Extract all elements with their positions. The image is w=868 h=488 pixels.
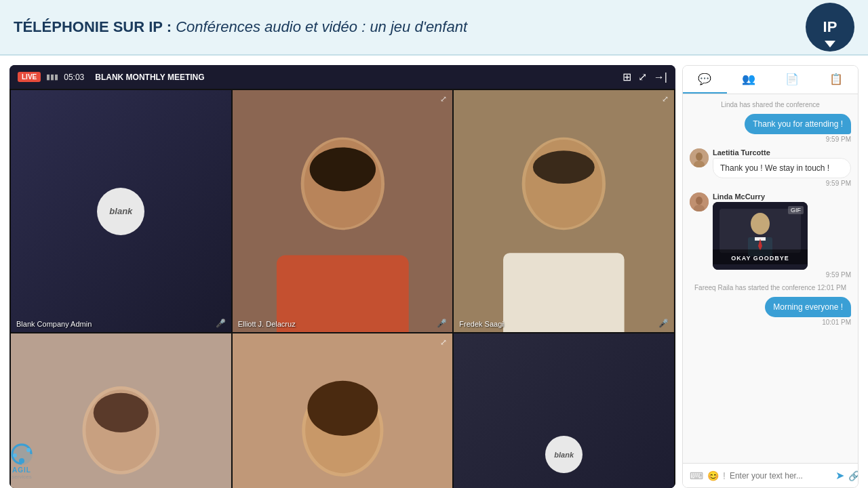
tab-files[interactable]: 📄 xyxy=(770,66,814,94)
message-laetitia-content: Laetitia Turcotte Thank you ! We stay in… xyxy=(713,148,851,187)
notes-icon: 📋 xyxy=(829,73,843,85)
gif-label: GIF xyxy=(788,206,804,214)
svg-point-14 xyxy=(94,393,149,432)
meeting-title: BLANK MONTHLY MEETING xyxy=(95,73,204,82)
message-linda-content: Linda McCurry GIF xyxy=(713,192,851,279)
svg-rect-8 xyxy=(503,253,625,332)
live-badge: LIVE xyxy=(18,72,41,82)
participant-name-blank-admin: Blank Company Admin xyxy=(16,320,92,328)
attachment-icon[interactable]: 🔗 xyxy=(848,470,859,481)
svg-rect-3 xyxy=(277,255,409,332)
photo-linda xyxy=(233,333,453,488)
linda-avatar-img xyxy=(690,192,709,211)
participants-icon: 👥 xyxy=(742,73,755,85)
tab-chat[interactable]: 💬 xyxy=(683,66,727,94)
agil-logo: AGIL services xyxy=(9,442,34,480)
video-grid: blank Blank Company Admin 🎤 ⤢ Elliott J.… xyxy=(9,89,675,488)
title-italic: Conférences audio et vidéo : un jeu d'en… xyxy=(176,18,467,35)
avatar-laetitia-chat xyxy=(690,148,709,167)
video-header: LIVE ▮▮▮ 05:03 BLANK MONTHLY MEETING ⊞ ⤢… xyxy=(9,65,675,89)
message-laetitia-text: Thank you ! We stay in touch ! xyxy=(713,158,851,178)
gif-caption: OKAY GOODBYE xyxy=(731,255,789,262)
message-morning-text: Morning everyone ! xyxy=(765,297,851,317)
expand-icon-fredek[interactable]: ⤢ xyxy=(662,94,669,104)
system-message-shared: Linda has shared the conference xyxy=(690,101,851,108)
photo-fredek xyxy=(454,90,674,332)
chat-messages: Linda has shared the conference Thank yo… xyxy=(683,94,858,463)
tab-participants[interactable]: 👥 xyxy=(727,66,771,94)
svg-point-59 xyxy=(13,453,17,458)
message-morning-time: 10:01 PM xyxy=(765,319,851,326)
mic-muted-icon-elliott: 🎤 xyxy=(437,319,447,328)
video-cell-laetitia: Laetitia Turcotte 🎤 xyxy=(11,333,231,488)
participant-name-fredek: Fredek Saagi xyxy=(459,320,503,328)
video-cell-max: blank Max Metzger 🎤 xyxy=(454,333,674,488)
exit-icon[interactable]: →| xyxy=(654,71,667,83)
laetitia-avatar-img xyxy=(690,148,709,167)
svg-point-58 xyxy=(19,458,24,464)
chat-bubble-icon: 💬 xyxy=(698,73,711,85)
expand-icon-linda[interactable]: ⤢ xyxy=(440,338,447,347)
system-message-text: Linda has shared the conference xyxy=(721,101,820,108)
avatar-blank-admin: blank xyxy=(97,188,144,235)
message-thank-you-time: 9:59 PM xyxy=(745,136,851,143)
chat-panel: 💬 👥 📄 📋 Linda has shared the conference … xyxy=(682,65,859,488)
message-thank-you-text: Thank you for attending ! xyxy=(745,114,851,134)
tab-notes[interactable]: 📋 xyxy=(814,66,859,94)
grid-view-icon[interactable]: ⊞ xyxy=(623,70,631,83)
agil-subtitle: services xyxy=(12,474,31,480)
keyboard-icon[interactable]: ⌨ xyxy=(690,470,703,481)
video-controls-top[interactable]: ⊞ ⤢ →| xyxy=(623,70,667,83)
agil-name: AGIL xyxy=(12,466,31,474)
fullscreen-icon[interactable]: ⤢ xyxy=(638,70,647,83)
svg-point-19 xyxy=(307,381,378,436)
svg-point-9 xyxy=(533,150,595,184)
svg-point-60 xyxy=(26,448,31,452)
photo-elliott xyxy=(233,90,453,332)
gif-okay-goodbye: GIF OKAY GOODBYE xyxy=(713,202,808,270)
ip-logo-text: IP xyxy=(823,18,837,36)
agil-icon xyxy=(9,442,34,466)
chat-input-field[interactable] xyxy=(730,471,831,481)
message-laetitia: Laetitia Turcotte Thank you ! We stay in… xyxy=(690,148,851,187)
message-linda: Linda McCurry GIF xyxy=(690,192,851,279)
ip-logo: IP xyxy=(806,3,854,52)
message-laetitia-sender: Laetitia Turcotte xyxy=(713,148,851,157)
mic-muted-icon-fredek: 🎤 xyxy=(658,319,669,328)
video-panel: LIVE ▮▮▮ 05:03 BLANK MONTHLY MEETING ⊞ ⤢… xyxy=(9,65,675,488)
signal-bars-icon: ▮▮▮ xyxy=(46,73,58,81)
main-content: LIVE ▮▮▮ 05:03 BLANK MONTHLY MEETING ⊞ ⤢… xyxy=(0,56,868,488)
system-message-started: Fareeq Raila has started the conference … xyxy=(690,284,851,291)
video-header-left: LIVE ▮▮▮ 05:03 BLANK MONTHLY MEETING xyxy=(18,72,205,82)
files-icon: 📄 xyxy=(785,73,799,85)
mic-muted-icon-blank-admin: 🎤 xyxy=(216,319,226,328)
message-linda-sender: Linda McCurry xyxy=(713,192,851,201)
chat-tabs: 💬 👥 📄 📋 xyxy=(683,66,858,94)
page-title: TÉLÉPHONIE SUR IP : Conférences audio et… xyxy=(14,18,467,36)
message-morning: Morning everyone ! 10:01 PM xyxy=(765,297,851,326)
system-started-text: Fareeq Raila has started the conference … xyxy=(694,284,846,291)
expand-icon-elliott[interactable]: ⤢ xyxy=(440,94,447,104)
avatar-linda-chat xyxy=(690,192,709,211)
svg-point-4 xyxy=(309,147,375,191)
message-linda-time: 9:59 PM xyxy=(713,271,851,279)
send-icon[interactable]: ➤ xyxy=(835,469,844,482)
svg-point-49 xyxy=(696,197,703,205)
video-cell-fredek: ⤢ Fredek Saagi 🎤 xyxy=(454,90,674,332)
avatar-max: blank xyxy=(545,436,583,473)
video-cell-elliott: ⤢ Elliott J. Delacruz 🎤 xyxy=(233,90,453,332)
video-cell-linda: ⤢ Linda McCurry 🎤 xyxy=(233,333,453,488)
chat-input-area: ⌨ 😊 ! ➤ 🔗 xyxy=(683,463,858,487)
participant-name-elliott: Elliott J. Delacruz xyxy=(238,320,296,328)
page-header: TÉLÉPHONIE SUR IP : Conférences audio et… xyxy=(0,0,868,56)
exclamation-icon[interactable]: ! xyxy=(723,470,726,481)
title-bold: TÉLÉPHONIE SUR IP : xyxy=(14,18,172,35)
emoji-icon[interactable]: 😊 xyxy=(707,470,719,481)
message-laetitia-time: 9:59 PM xyxy=(713,180,851,187)
video-cell-blank-admin: blank Blank Company Admin 🎤 xyxy=(11,90,231,332)
message-thank-you: Thank you for attending ! 9:59 PM xyxy=(745,114,851,143)
svg-point-53 xyxy=(751,213,770,235)
timer-display: 05:03 xyxy=(64,73,84,82)
photo-laetitia xyxy=(11,333,231,488)
svg-point-46 xyxy=(696,152,703,161)
